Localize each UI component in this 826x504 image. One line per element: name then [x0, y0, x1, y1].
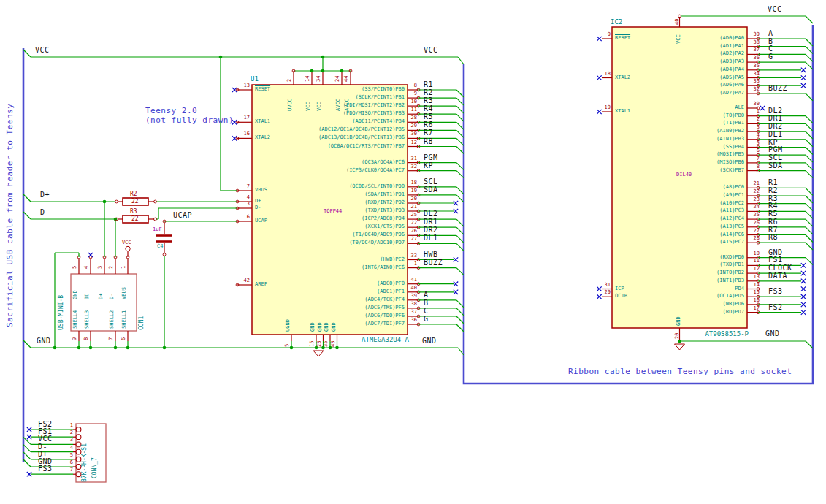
conn7-ref[interactable]: CONN_7: [92, 457, 98, 478]
ic2-pin-number: 16: [748, 298, 760, 303]
net-label[interactable]: R4: [768, 202, 778, 210]
net-label[interactable]: VCC: [38, 435, 53, 443]
no-connect-icon: [801, 302, 806, 307]
con1-pin-name: D+: [99, 294, 104, 299]
no-connect-icon: [454, 201, 458, 205]
u1-pin-number: 38: [405, 302, 417, 307]
u1-pin-name: (RXD/INT2)PD2: [295, 200, 405, 205]
u1-pin-name: (ADC4/TCK)PF4: [295, 297, 405, 302]
net-label[interactable]: FS2: [768, 304, 783, 311]
net-label[interactable]: G: [424, 316, 429, 323]
ic2-pin-name: (WR)PD6: [664, 302, 744, 307]
power-net-label[interactable]: GND: [765, 330, 780, 337]
pin-tip: [115, 200, 118, 203]
net-label[interactable]: GND: [768, 249, 783, 256]
net-label[interactable]: DL2: [424, 210, 438, 218]
ic2-pin-name: GND: [676, 316, 681, 326]
u1-pin-name: (OC0B/SCL/INT0)PD0: [295, 184, 405, 189]
net-label[interactable]: DR1: [424, 218, 438, 226]
net-label[interactable]: R6: [768, 218, 778, 226]
net-label[interactable]: DATA: [768, 272, 787, 280]
net-label[interactable]: FS3: [768, 288, 783, 295]
u1-pin-name: GND: [318, 322, 323, 332]
con1-pin-number: 5: [72, 266, 77, 269]
net-label[interactable]: R8: [424, 138, 433, 145]
ic2-pin-number: 18: [599, 72, 611, 77]
ic2-pin-name: ICP: [615, 286, 624, 291]
net-label[interactable]: R3: [424, 97, 433, 104]
con1-pin-number: 4: [84, 266, 89, 269]
net-label[interactable]: PGM: [768, 146, 783, 153]
resistor-r2-ref[interactable]: R2: [130, 191, 137, 197]
ic2-pin-number: 19: [599, 105, 611, 110]
net-label[interactable]: B: [424, 299, 429, 307]
no-connect-icon: [801, 279, 806, 283]
net-label[interactable]: R7: [424, 129, 433, 137]
power-net-label[interactable]: VCC: [424, 47, 438, 54]
u1-pin-name: (T1/OC4D/ADC9)PD6: [295, 232, 405, 237]
net-label[interactable]: R1: [768, 179, 778, 186]
net-label[interactable]: R6: [424, 121, 433, 129]
net-label[interactable]: R1: [424, 81, 433, 88]
ic2-pin-number: 2: [748, 117, 760, 122]
net-label[interactable]: BUZZ: [768, 85, 787, 92]
net-label[interactable]: SCL: [768, 154, 783, 161]
net-label[interactable]: R3: [768, 195, 778, 202]
ic2-pin-number: 27: [748, 229, 760, 234]
con1-pin-number: 6: [121, 337, 126, 340]
net-label[interactable]: R7: [768, 226, 778, 234]
net-label[interactable]: DR1: [768, 115, 783, 122]
net-label[interactable]: DR2: [424, 226, 438, 234]
power-net-label[interactable]: VCC: [35, 47, 50, 54]
net-label[interactable]: DL1: [424, 234, 438, 242]
net-label[interactable]: B: [768, 38, 773, 45]
net-label[interactable]: DR2: [768, 123, 783, 130]
u1-pin-number: 33: [405, 253, 417, 259]
ic2-ref[interactable]: IC2: [611, 19, 622, 26]
net-label[interactable]: G: [768, 53, 773, 61]
net-label[interactable]: SCL: [424, 178, 438, 186]
power-net-label[interactable]: D+: [40, 191, 50, 199]
net-label[interactable]: FS1: [768, 256, 783, 264]
net-label[interactable]: R2: [424, 89, 433, 96]
net-label[interactable]: A: [768, 30, 773, 37]
net-label[interactable]: SDA: [768, 162, 783, 169]
con1-ref[interactable]: CON1: [139, 316, 145, 330]
net-label[interactable]: DL1: [768, 131, 783, 138]
ic2-pin-name: (A15)PC7: [664, 240, 744, 245]
net-label[interactable]: KP: [424, 162, 433, 169]
resistor-r3-ref[interactable]: R3: [130, 209, 137, 215]
u1-pin-name: (SCLK/PCINT1)PB1: [295, 95, 405, 100]
power-net-label[interactable]: D-: [40, 209, 50, 216]
net-label[interactable]: R2: [768, 187, 778, 194]
u1-pin-name: (SDA/INT1)PD1: [295, 192, 405, 197]
power-net-label[interactable]: UCAP: [173, 212, 192, 219]
conn7-pin: [76, 442, 81, 447]
u1-pin-number: 36: [405, 318, 417, 323]
c4-ref[interactable]: C4: [157, 244, 163, 249]
power-net-label[interactable]: GND: [422, 337, 437, 345]
power-net-label[interactable]: VCC: [768, 6, 782, 13]
net-label[interactable]: C: [424, 308, 429, 315]
power-net-label[interactable]: GND: [37, 337, 51, 345]
ic2-pin-number: 36: [748, 56, 760, 61]
net-label[interactable]: C: [768, 45, 773, 53]
u1-ref[interactable]: U1: [251, 76, 259, 83]
no-connect-icon: [760, 106, 765, 110]
net-label[interactable]: HWB: [424, 251, 438, 259]
net-label[interactable]: R5: [768, 210, 778, 218]
u1-pin-name: (TXD/INT3)PD3: [295, 208, 405, 213]
net-label[interactable]: R4: [424, 105, 433, 112]
net-label[interactable]: R5: [424, 113, 433, 121]
net-label[interactable]: PGM: [424, 154, 438, 161]
net-label[interactable]: KP: [768, 139, 778, 146]
net-label[interactable]: DL2: [768, 107, 783, 115]
net-label[interactable]: SDA: [424, 186, 438, 194]
ic2-pin-name: PD4: [664, 286, 744, 291]
net-label[interactable]: FS3: [38, 465, 53, 473]
net-label[interactable]: BUZZ: [424, 259, 443, 267]
net-label[interactable]: R8: [768, 234, 778, 241]
net-label[interactable]: CLOCK: [768, 264, 792, 272]
net-label[interactable]: A: [424, 291, 429, 299]
u1-pin-number: 31: [405, 156, 417, 161]
